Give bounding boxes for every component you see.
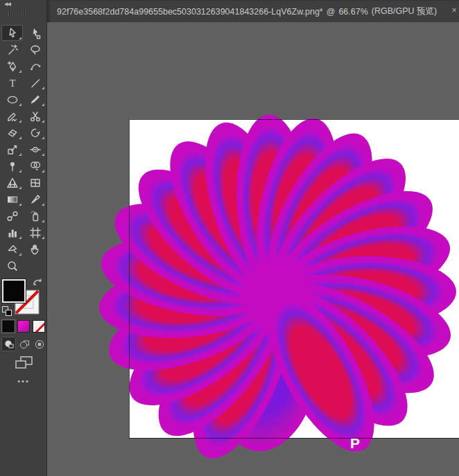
color-buttons [0, 320, 47, 335]
pen-tool[interactable] [1, 58, 23, 74]
slice-icon [6, 243, 19, 256]
gradient-button[interactable] [17, 320, 30, 333]
none-button[interactable] [33, 320, 45, 333]
column-graph-tool[interactable] [1, 224, 23, 240]
zoom-level: 66.67% [338, 7, 367, 17]
paintbrush-tool[interactable] [24, 91, 46, 107]
line-segment-icon [29, 77, 42, 89]
default-fill-stroke-icon[interactable] [2, 306, 13, 317]
perspective-grid-icon [6, 177, 19, 189]
fill-swatch[interactable] [2, 279, 26, 303]
document-title: 92f76e3568f2dd784a99655bec50303126390418… [57, 7, 323, 17]
curvature-icon [29, 60, 42, 73]
lasso-tool[interactable] [24, 42, 46, 58]
width-tool[interactable] [24, 141, 46, 157]
fill-stroke-controls: ••• [0, 276, 47, 476]
magic-wand-tool[interactable] [1, 42, 23, 58]
scale-tool[interactable] [1, 141, 23, 157]
gradient-icon [6, 193, 19, 206]
rotate-tool[interactable] [24, 125, 46, 141]
draw-normal-icon [3, 339, 15, 350]
pen-icon [6, 60, 19, 73]
slice-tool[interactable] [1, 241, 23, 257]
scissors-tool[interactable] [24, 108, 46, 124]
screen-mode-button[interactable] [13, 355, 34, 371]
tool-grid: T [1, 25, 46, 274]
shape-builder-icon [29, 160, 42, 173]
illustrator-window: 92f76e3568f2dd784a99655bec50303126390418… [0, 0, 459, 476]
ellipse-tool[interactable] [1, 91, 23, 107]
scale-icon [6, 143, 19, 156]
gradient-tool[interactable] [1, 191, 23, 207]
shape-builder-tool[interactable] [24, 158, 46, 174]
zoom-tool-tool[interactable] [1, 258, 23, 274]
scissors-icon [29, 110, 42, 123]
svg-text:T: T [9, 78, 15, 89]
hand-icon [29, 243, 42, 256]
draw-inside-icon [34, 339, 45, 350]
drawing-mode-buttons [1, 337, 47, 352]
draw-behind-icon [19, 339, 30, 350]
line-segment-tool[interactable] [24, 75, 46, 91]
column-graph-icon [6, 227, 19, 239]
eyedropper-icon [29, 193, 42, 206]
watermark-letter: P [350, 435, 360, 451]
type-tool[interactable]: T [1, 75, 23, 91]
color-mode: (RGB/GPU 预览) [372, 6, 437, 17]
document-canvas[interactable]: P [47, 22, 459, 476]
panel-drag-grip[interactable] [8, 11, 26, 17]
width-icon [29, 143, 42, 156]
symbol-sprayer-icon [29, 210, 42, 222]
draw-normal-button[interactable] [1, 337, 16, 351]
artboard-icon [29, 227, 42, 239]
color-button[interactable] [2, 320, 15, 333]
edit-toolbar-ellipsis[interactable]: ••• [0, 377, 47, 385]
draw-inside-button[interactable] [32, 337, 46, 351]
lasso-icon [29, 44, 42, 56]
selection-icon [6, 27, 19, 39]
zoom-tool-icon [6, 260, 19, 272]
puppet-warp-icon [6, 160, 19, 173]
selection-tool[interactable] [1, 25, 23, 41]
draw-behind-button[interactable] [17, 337, 31, 351]
perspective-grid-tool[interactable] [1, 175, 23, 191]
tools-panel: ◀◀ T [0, 0, 47, 476]
paintbrush-icon [29, 94, 42, 106]
artboard-tool[interactable] [24, 224, 46, 240]
document-tab[interactable]: 92f76e3568f2dd784a99655bec50303126390418… [50, 1, 459, 22]
title-separator: @ [327, 7, 336, 17]
eraser-icon [6, 127, 19, 139]
blend-tool[interactable] [1, 208, 23, 224]
mesh-tool[interactable] [24, 175, 46, 191]
eraser-tool[interactable] [1, 125, 23, 141]
direct-selection-icon [29, 27, 42, 39]
mesh-icon [29, 177, 42, 189]
ellipse-icon [6, 94, 19, 106]
shaper-tool[interactable] [1, 108, 23, 124]
hand-tool[interactable] [24, 241, 46, 257]
blend-icon [6, 210, 19, 222]
rotate-icon [29, 127, 42, 139]
swap-fill-stroke-icon[interactable] [32, 277, 43, 290]
puppet-warp-tool[interactable] [1, 158, 23, 174]
magic-wand-icon [6, 44, 19, 56]
curvature-tool[interactable] [24, 58, 46, 74]
type-icon: T [6, 77, 19, 89]
symbol-sprayer-tool[interactable] [24, 208, 46, 224]
eyedropper-tool[interactable] [24, 191, 46, 207]
document-tab-bar: 92f76e3568f2dd784a99655bec50303126390418… [47, 0, 459, 22]
collapse-panel-icon[interactable]: ◀◀ [4, 1, 10, 7]
direct-selection-tool[interactable] [24, 25, 46, 41]
tab-close-button[interactable]: × [450, 6, 458, 15]
shaper-icon [6, 110, 19, 123]
